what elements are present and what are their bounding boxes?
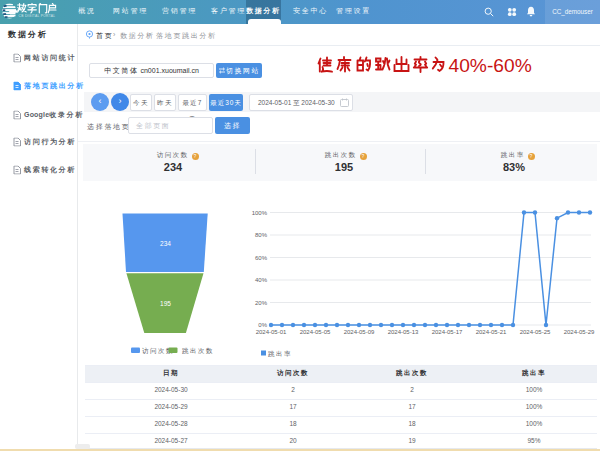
svg-text:2024-05-05: 2024-05-05	[300, 329, 331, 335]
svg-text:20%: 20%	[255, 300, 268, 306]
svg-text:60%: 60%	[255, 255, 268, 261]
svg-text:2024-05-13: 2024-05-13	[388, 329, 419, 335]
svg-text:2024-05-09: 2024-05-09	[344, 329, 375, 335]
svg-text:40%-60%: 40%-60%	[449, 55, 532, 76]
svg-text:40%: 40%	[255, 277, 268, 283]
svg-text:80%: 80%	[255, 232, 268, 238]
svg-text:234: 234	[160, 240, 171, 247]
svg-text:2024-05-17: 2024-05-17	[432, 329, 463, 335]
svg-text:跳出率: 跳出率	[268, 350, 292, 358]
svg-text:0%: 0%	[258, 322, 267, 328]
svg-text:100%: 100%	[252, 210, 268, 216]
svg-text:195: 195	[160, 300, 171, 307]
svg-text:2024-05-25: 2024-05-25	[520, 329, 551, 335]
svg-text:2024-05-29: 2024-05-29	[564, 329, 595, 335]
svg-text:跳出次数: 跳出次数	[182, 347, 214, 355]
svg-text:2024-05-01: 2024-05-01	[256, 329, 287, 335]
svg-text:2024-05-21: 2024-05-21	[476, 329, 507, 335]
